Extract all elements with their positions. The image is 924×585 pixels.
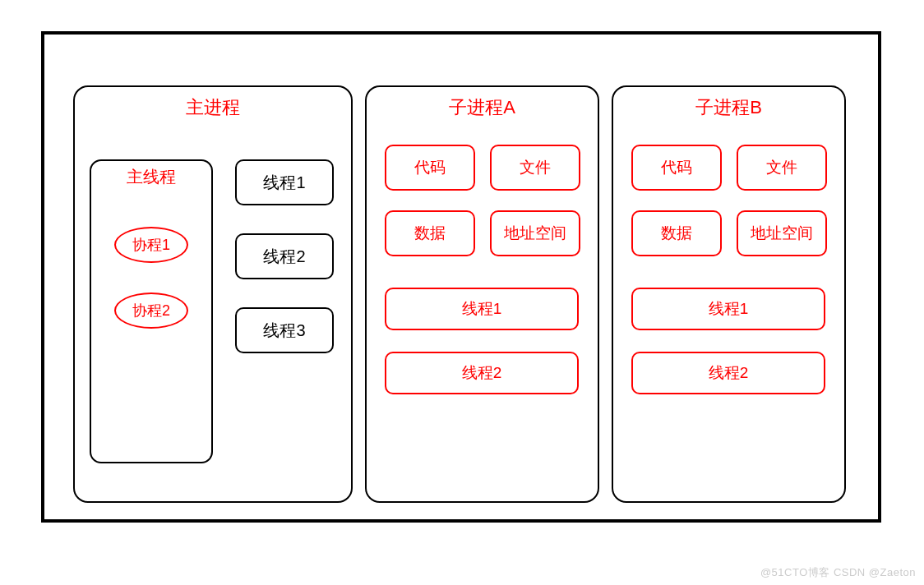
sub-b-thread-2: 线程2 bbox=[631, 352, 825, 394]
sub-b-addr: 地址空间 bbox=[737, 210, 827, 256]
system-container: 主进程 主线程 协程1 协程2 线程1 线程2 线程3 子进程A 代码 文件 数… bbox=[41, 31, 881, 523]
subprocess-a-box: 子进程A 代码 文件 数据 地址空间 线程1 线程2 bbox=[365, 85, 599, 503]
sub-a-thread-1: 线程1 bbox=[385, 288, 579, 330]
sub-b-file: 文件 bbox=[737, 145, 827, 191]
sub-a-addr: 地址空间 bbox=[490, 210, 580, 256]
main-thread-3: 线程3 bbox=[235, 307, 334, 353]
sub-a-data: 数据 bbox=[385, 210, 475, 256]
subprocess-a-title: 子进程A bbox=[367, 95, 598, 120]
sub-b-code: 代码 bbox=[631, 145, 722, 191]
main-thread-2: 线程2 bbox=[235, 233, 334, 279]
main-process-box: 主进程 主线程 协程1 协程2 线程1 线程2 线程3 bbox=[73, 85, 353, 503]
main-process-title: 主进程 bbox=[75, 95, 351, 120]
sub-b-data: 数据 bbox=[631, 210, 722, 256]
watermark-text: @51CTO博客 CSDN @Zaeton bbox=[760, 565, 916, 580]
sub-a-code: 代码 bbox=[385, 145, 475, 191]
coroutine-2: 协程2 bbox=[114, 292, 188, 329]
sub-a-file: 文件 bbox=[490, 145, 580, 191]
sub-a-thread-2: 线程2 bbox=[385, 352, 579, 394]
main-thread-box: 主线程 协程1 协程2 bbox=[90, 159, 213, 463]
subprocess-b-box: 子进程B 代码 文件 数据 地址空间 线程1 线程2 bbox=[612, 85, 846, 503]
main-thread-title: 主线程 bbox=[91, 166, 211, 188]
coroutine-1: 协程1 bbox=[114, 227, 188, 263]
subprocess-b-title: 子进程B bbox=[613, 95, 844, 120]
sub-b-thread-1: 线程1 bbox=[631, 288, 825, 330]
main-thread-1: 线程1 bbox=[235, 159, 334, 205]
